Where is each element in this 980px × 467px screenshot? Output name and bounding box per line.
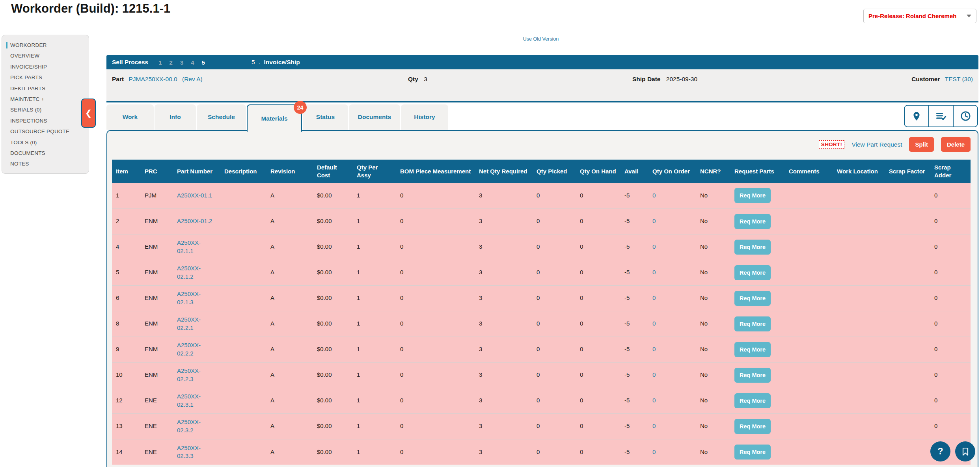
sidebar-item-tools-0[interactable]: TOOLS (0) — [2, 137, 89, 148]
scrap-factor-cell — [885, 413, 930, 439]
sell-process-step-5[interactable]: 5 — [202, 59, 205, 66]
tab-work[interactable]: Work — [106, 104, 154, 130]
tab-materials[interactable]: Materials24 — [247, 104, 302, 132]
part-number-link[interactable]: A250XX-02.2.3 — [177, 367, 201, 382]
part-number-link[interactable]: A250XX-01.2 — [177, 218, 212, 224]
sidebar-collapse-button[interactable]: ❮ — [81, 99, 96, 128]
qty-on-order-cell: 0 — [648, 388, 696, 413]
part-number-link[interactable]: A250XX-02.1.3 — [177, 290, 201, 305]
qty-on-order-link[interactable]: 0 — [652, 422, 656, 429]
qty-picked-cell: 0 — [533, 208, 576, 234]
tab-status[interactable]: Status — [303, 104, 348, 130]
sidebar-item-invoice-ship[interactable]: INVOICE/SHIP — [2, 61, 89, 72]
pick-list-button[interactable] — [928, 106, 953, 127]
qty-on-order-link[interactable]: 0 — [652, 448, 656, 455]
req-more-button[interactable]: Req More — [734, 445, 771, 460]
scrap-adder-cell: 0 — [930, 260, 971, 285]
scrap-adder-cell: 0 — [930, 183, 971, 208]
sell-process-step-4[interactable]: 4 — [191, 59, 194, 66]
qty-per-assy-cell: 1 — [353, 388, 396, 413]
part-number-link[interactable]: A250XX-02.2.2 — [177, 342, 201, 356]
req-more-button[interactable]: Req More — [734, 419, 771, 434]
sidebar-item-notes[interactable]: NOTES — [2, 158, 89, 169]
ncnr-cell: No — [696, 285, 730, 311]
tab-label: Documents — [358, 113, 391, 121]
sidebar-item-documents[interactable]: DOCUMENTS — [2, 148, 89, 158]
delete-button[interactable]: Delete — [941, 137, 971, 152]
part-number-link[interactable]: A250XX-02.1.1 — [177, 239, 201, 254]
req-more-button[interactable]: Req More — [734, 214, 771, 229]
req-more-button[interactable]: Req More — [734, 316, 771, 331]
qty-on-order-link[interactable]: 0 — [652, 218, 656, 224]
sell-process-step-1[interactable]: 1 — [158, 59, 162, 66]
qty-on-order-link[interactable]: 0 — [652, 346, 656, 352]
req-more-button[interactable]: Req More — [734, 291, 771, 306]
part-revision-link[interactable]: (Rev A) — [182, 76, 203, 82]
time-history-button[interactable] — [953, 106, 977, 127]
qty-on-order-link[interactable]: 0 — [652, 294, 656, 301]
qty-on-order-link[interactable]: 0 — [652, 397, 656, 404]
sidebar-item-outsource-pquote[interactable]: OUTSOURCE PQUOTE — [2, 126, 89, 137]
net-qty-cell: 3 — [475, 260, 533, 285]
revision-cell: A — [266, 439, 313, 465]
material-row: 5ENMA250XX-02.1.2A$0.0010300-50NoReq Mor… — [112, 260, 971, 285]
part-number-link[interactable]: A250XX-02.3.1 — [177, 393, 201, 407]
revision-cell: A — [266, 285, 313, 311]
req-more-button[interactable]: Req More — [734, 342, 771, 357]
qty-label: Qty — [408, 76, 418, 82]
part-number-link[interactable]: A250XX-02.3.3 — [177, 445, 201, 459]
avail-cell: -5 — [620, 208, 648, 234]
ncnr-cell: No — [696, 208, 730, 234]
req-more-button[interactable]: Req More — [734, 265, 771, 280]
prc-cell: ENM — [141, 362, 173, 388]
qty-on-order-link[interactable]: 0 — [652, 320, 656, 327]
help-button[interactable]: ? — [930, 441, 950, 461]
use-old-version-link[interactable]: Use Old Version — [501, 36, 580, 42]
part-number-link[interactable]: PJMA250XX-00.0 — [129, 76, 177, 82]
avail-cell: -5 — [620, 234, 648, 260]
default-cost-cell: $0.00 — [313, 285, 353, 311]
avail-cell: -5 — [620, 388, 648, 413]
part-number-link[interactable]: A250XX-02.1.2 — [177, 265, 201, 279]
part-number-link[interactable]: A250XX-02.3.2 — [177, 419, 201, 433]
sell-process-step-3[interactable]: 3 — [180, 59, 183, 66]
tab-schedule[interactable]: Schedule — [197, 104, 246, 130]
req-more-button[interactable]: Req More — [734, 240, 771, 255]
req-more-button[interactable]: Req More — [734, 368, 771, 383]
tab-documents[interactable]: Documents — [349, 104, 400, 130]
qty-picked-cell: 0 — [533, 337, 576, 362]
location-pin-button[interactable] — [905, 106, 928, 127]
sidebar-item-serials-0[interactable]: SERIALS (0) — [2, 104, 89, 115]
tab-info[interactable]: Info — [155, 104, 196, 130]
customer-link[interactable]: TEST (30) — [945, 76, 973, 82]
qty-on-order-link[interactable]: 0 — [652, 243, 656, 250]
part-number-link[interactable]: A250XX-01.1 — [177, 192, 212, 199]
view-part-request-link[interactable]: View Part Request — [851, 141, 902, 148]
qty-on-order-link[interactable]: 0 — [652, 269, 656, 275]
req-more-button[interactable]: Req More — [734, 393, 771, 408]
sidebar-item-workorder[interactable]: WORKORDER — [2, 40, 89, 50]
sidebar-item-pick-parts[interactable]: PICK PARTS — [2, 72, 89, 83]
sidebar-item-dekit-parts[interactable]: DEKIT PARTS — [2, 83, 89, 94]
bookmark-button[interactable] — [955, 441, 975, 461]
sidebar-item-maint-etc[interactable]: MAINT/ETC + — [2, 94, 89, 104]
qty-on-order-cell: 0 — [648, 183, 696, 208]
split-button[interactable]: Split — [909, 137, 934, 152]
qty-on-order-link[interactable]: 0 — [652, 371, 656, 378]
tab-history[interactable]: History — [401, 104, 448, 130]
sell-process-step-2[interactable]: 2 — [170, 59, 173, 66]
prerelease-status-dropdown[interactable]: Pre-Release: Roland Cheremeh — [863, 9, 976, 23]
qty-picked-cell: 0 — [533, 413, 576, 439]
bom-piece-cell: 0 — [396, 260, 475, 285]
qty-on-order-cell: 0 — [648, 260, 696, 285]
sidebar-item-overview[interactable]: OVERVIEW — [2, 50, 89, 61]
part-number-cell: A250XX-02.1.3 — [173, 285, 220, 311]
sidebar-nav: WORKORDEROVERVIEWINVOICE/SHIPPICK PARTSD… — [2, 35, 89, 174]
revision-cell: A — [266, 413, 313, 439]
qty-on-order-link[interactable]: 0 — [652, 192, 656, 199]
sell-process-label: Sell Process — [112, 59, 148, 66]
part-number-cell: A250XX-02.2.1 — [173, 311, 220, 337]
sidebar-item-inspections[interactable]: INSPECTIONS — [2, 115, 89, 126]
req-more-button[interactable]: Req More — [734, 188, 771, 203]
part-number-link[interactable]: A250XX-02.2.1 — [177, 316, 201, 331]
